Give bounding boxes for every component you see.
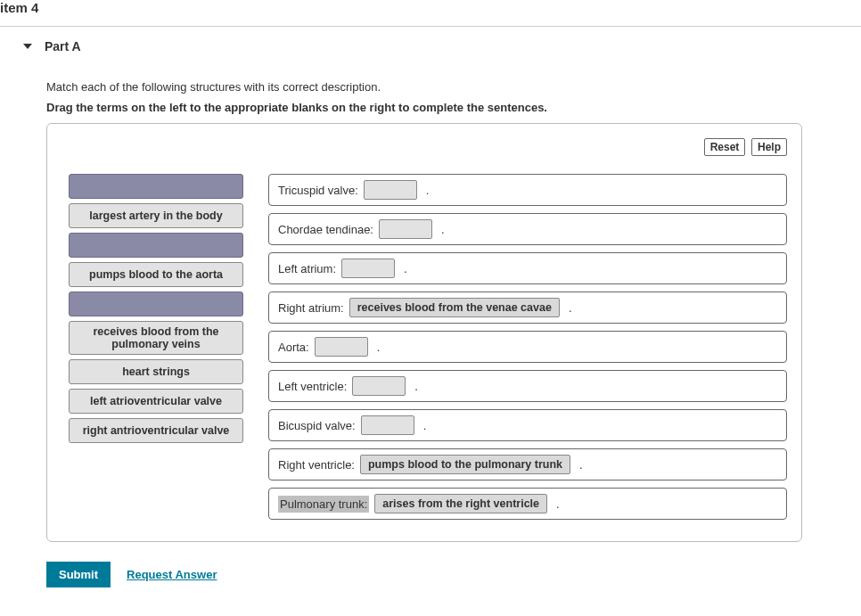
footer-row: Submit Request Answer [46,562,802,587]
part-body: Match each of the following structures w… [0,53,802,587]
sentence-period: . [414,380,418,393]
sentence-label: Right ventricle: [278,458,355,472]
draggable-term[interactable]: heart strings [69,359,243,384]
sentence-row[interactable]: Right atrium:receives blood from the ven… [268,292,787,324]
sentence-row[interactable]: Chordae tendinae:. [268,213,787,245]
sentence-row[interactable]: Bicuspid valve:. [268,409,787,441]
help-button[interactable]: Help [751,138,787,156]
reset-button[interactable]: Reset [704,138,746,156]
draggable-term-used [69,174,243,199]
sentences-column: Tricuspid valve:.Chordae tendinae:.Left … [268,174,787,520]
drop-target[interactable] [341,259,395,278]
drop-target[interactable] [364,180,417,200]
sentence-label: Chordae tendinae: [278,223,373,236]
draggable-term[interactable]: pumps blood to the aorta [69,262,243,287]
drop-target[interactable]: arises from the right ventricle [374,494,547,513]
sentence-row[interactable]: Left ventricle:. [268,370,787,402]
sentence-row[interactable]: Right ventricle:pumps blood to the pulmo… [268,448,787,480]
arena-content: largest artery in the bodypumps blood to… [62,174,787,520]
drop-target[interactable]: receives blood from the venae cavae [349,298,560,317]
sentence-label: Left atrium: [278,262,336,275]
part-title: Part A [45,39,81,53]
drop-target[interactable] [352,376,406,396]
drop-target[interactable]: pumps blood to the pulmonary trunk [360,455,570,474]
part-container: Part A Match each of the following struc… [0,26,861,587]
instruction-text: Drag the terms on the left to the approp… [46,101,802,114]
item-label: item 4 [0,0,38,15]
drag-drop-arena: Reset Help largest artery in the bodypum… [46,123,802,542]
request-answer-link[interactable]: Request Answer [127,568,217,581]
part-header[interactable]: Part A [0,39,861,53]
sentence-label: Tricuspid valve: [278,184,358,197]
draggable-term-used [69,292,243,316]
drop-target[interactable] [361,415,414,435]
submit-button[interactable]: Submit [46,562,111,587]
drop-target[interactable] [315,337,368,357]
sentence-period: . [404,262,407,275]
draggable-term[interactable]: largest artery in the body [69,203,243,228]
sentence-row[interactable]: Tricuspid valve:. [268,174,787,206]
draggable-term-used [69,233,243,258]
sentence-period: . [423,419,427,432]
terms-column: largest artery in the bodypumps blood to… [62,174,243,443]
drop-target[interactable] [379,219,432,239]
sentence-label: Right atrium: [278,301,344,315]
sentence-label: Bicuspid valve: [278,419,356,432]
arena-buttons: Reset Help [62,138,787,156]
sentence-period: . [579,458,583,472]
item-header: item 4 [0,0,861,22]
sentence-period: . [377,341,381,354]
chevron-down-icon [23,44,32,49]
sentence-row[interactable]: Left atrium:. [268,252,787,284]
prompt-text: Match each of the following structures w… [46,80,802,94]
sentence-period: . [426,184,430,197]
sentence-row[interactable]: Aorta:. [268,331,787,363]
sentence-row[interactable]: Pulmonary trunk:arises from the right ve… [268,488,787,520]
draggable-term[interactable]: right antrioventricular valve [69,418,243,443]
sentence-label: Aorta: [278,341,309,354]
sentence-period: . [556,497,560,511]
sentence-label: Pulmonary trunk: [278,496,369,513]
draggable-term[interactable]: receives blood from the pulmonary veins [69,321,243,355]
sentence-label: Left ventricle: [278,380,347,393]
sentence-period: . [441,223,445,236]
sentence-period: . [569,301,572,315]
draggable-term[interactable]: left atrioventricular valve [69,389,243,414]
